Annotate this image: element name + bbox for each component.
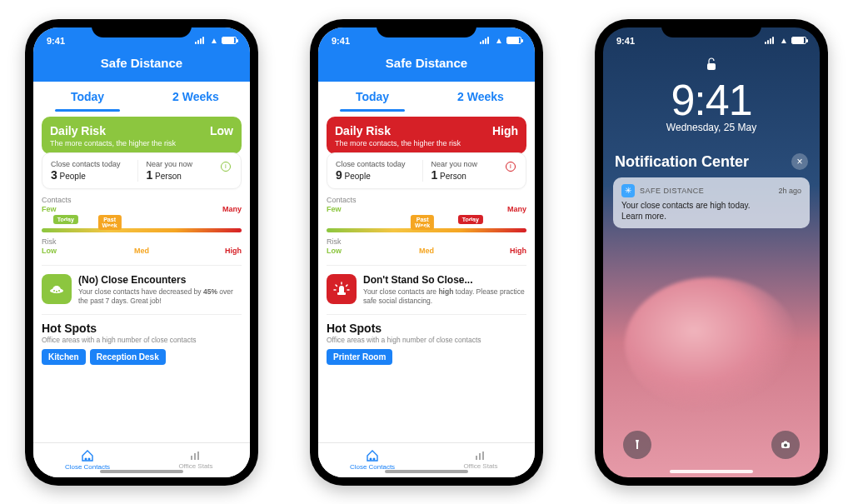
- svg-rect-6: [191, 456, 192, 460]
- contacts-gauge: Contacts FewMany PastWeekToday: [327, 196, 526, 232]
- ufo-icon: [42, 274, 72, 304]
- tab-two-weeks[interactable]: 2 Weeks: [426, 82, 535, 112]
- status-icons: ▲: [195, 36, 237, 45]
- near-you-label: Near you now: [431, 160, 518, 168]
- phone-app-1: 9:41 ▲ Safe Distance Today 2 Weeks Daily…: [25, 19, 258, 486]
- gauge-marker-past
week: PastWeek: [411, 215, 434, 231]
- status-time: 9:41: [332, 36, 350, 46]
- contacts-gauge: Contacts FewMany TodayPastWeek: [42, 196, 242, 232]
- risk-card: Daily Risk High The more contacts, the h…: [327, 117, 526, 154]
- app-title: Safe Distance: [33, 54, 250, 75]
- info-icon[interactable]: i: [221, 162, 231, 172]
- gauge-left: Low: [42, 247, 108, 255]
- wifi-icon: ▲: [210, 36, 218, 45]
- advice-title: Don't Stand So Close...: [363, 274, 526, 286]
- svg-rect-13: [479, 453, 481, 460]
- signal-icon: [480, 37, 491, 44]
- wifi-icon: ▲: [780, 36, 788, 45]
- gauge-label: Risk: [42, 237, 242, 246]
- risk-gauge: Risk LowMedHigh: [327, 237, 526, 255]
- hotspot-chip[interactable]: Kitchen: [42, 349, 86, 365]
- gauge-label: Contacts: [42, 196, 242, 204]
- wallpaper-cloud: [625, 277, 798, 411]
- near-you-label: Near you now: [147, 160, 233, 168]
- app-title: Safe Distance: [318, 54, 535, 75]
- home-indicator[interactable]: [670, 470, 753, 473]
- gauge-right: High: [175, 247, 242, 255]
- gauge-right: Many: [222, 205, 242, 213]
- advice-card: Don't Stand So Close... Your close conta…: [327, 265, 526, 306]
- gauge-marker-past
week: PastWeek: [98, 215, 122, 231]
- notch: [377, 19, 476, 37]
- gauge-bar: PastWeekToday: [327, 228, 526, 232]
- notification-center-close-button[interactable]: ×: [791, 153, 808, 170]
- svg-point-11: [373, 458, 376, 461]
- advice-card: (No) Close Encounters Your close contact…: [42, 265, 242, 306]
- svg-rect-18: [784, 441, 787, 442]
- svg-point-10: [370, 458, 372, 461]
- notification-app-icon: ✳: [621, 184, 635, 197]
- battery-icon: [506, 37, 521, 44]
- risk-subtitle: The more contacts, the higher the risk: [335, 139, 518, 147]
- hotspot-chip[interactable]: Printer Room: [327, 349, 392, 365]
- phone-app-2: 9:41 ▲ Safe Distance Today 2 Weeks Daily…: [310, 19, 543, 486]
- advice-title: (No) Close Encounters: [78, 274, 242, 286]
- svg-point-5: [88, 458, 91, 461]
- gauge-left: Few: [327, 205, 342, 213]
- siren-icon: [327, 274, 357, 304]
- advice-body: Your close contacts have decreased by 45…: [78, 287, 242, 306]
- gauge-mid: Med: [393, 247, 460, 255]
- svg-point-17: [784, 443, 787, 447]
- risk-level: Low: [210, 124, 233, 137]
- status-time: 9:41: [616, 36, 635, 46]
- hot-spots-chips: Printer Room: [327, 349, 526, 365]
- svg-point-3: [58, 290, 60, 292]
- risk-title: Daily Risk: [335, 124, 391, 137]
- camera-button[interactable]: [771, 431, 800, 459]
- gauge-label: Contacts: [327, 196, 526, 204]
- svg-rect-12: [476, 456, 477, 460]
- status-icons: ▲: [765, 36, 806, 45]
- gauge-right: Many: [507, 205, 526, 213]
- gauge-left: Few: [42, 205, 57, 213]
- notification-center-title: Notification Center: [615, 153, 749, 171]
- svg-rect-15: [707, 63, 716, 70]
- hotspot-chip[interactable]: Reception Desk: [90, 349, 166, 365]
- gauge-left: Low: [327, 247, 393, 255]
- unlock-icon: [603, 57, 820, 73]
- battery-icon: [222, 37, 237, 44]
- signal-icon: [195, 37, 207, 44]
- home-indicator[interactable]: [385, 470, 468, 473]
- tab-bar: Today 2 Weeks: [33, 82, 250, 112]
- tab-today[interactable]: Today: [318, 82, 426, 112]
- signal-icon: [765, 37, 776, 44]
- advice-body: Your close contacts are high today. Plea…: [363, 287, 526, 306]
- notification-body: Your close contacts are high today. Lear…: [621, 200, 801, 222]
- notch: [92, 19, 192, 37]
- gauge-right: High: [460, 247, 526, 255]
- svg-rect-14: [482, 452, 484, 460]
- gauge-bar: TodayPastWeek: [42, 228, 242, 232]
- svg-point-2: [56, 291, 57, 292]
- hot-spots-section: Hot Spots Office areas with a high numbe…: [42, 314, 242, 365]
- close-contacts-value: 9 People: [336, 168, 422, 182]
- lock-date: Wednesday, 25 May: [603, 122, 820, 133]
- tab-bar: Today 2 Weeks: [318, 82, 535, 112]
- flashlight-button[interactable]: [623, 431, 651, 459]
- svg-point-1: [53, 290, 55, 292]
- stats-card: Close contacts today 3 People i Near you…: [42, 152, 242, 189]
- info-icon[interactable]: i: [506, 162, 516, 172]
- home-indicator[interactable]: [100, 470, 183, 473]
- svg-rect-7: [194, 453, 196, 460]
- risk-subtitle: The more contacts, the higher the risk: [50, 139, 233, 147]
- notification-app-name: SAFE DISTANCE: [640, 187, 773, 195]
- phone-lockscreen: 9:41 ▲ 9:41 Wednesday, 25 May Notificati…: [595, 19, 828, 486]
- stats-card: Close contacts today 9 People i Near you…: [327, 152, 526, 189]
- notch: [661, 19, 761, 37]
- svg-point-4: [85, 458, 87, 461]
- wifi-icon: ▲: [495, 36, 503, 45]
- tab-today[interactable]: Today: [33, 82, 142, 112]
- hot-spots-subtitle: Office areas with a high number of close…: [327, 336, 526, 344]
- tab-two-weeks[interactable]: 2 Weeks: [142, 82, 250, 112]
- notification-card[interactable]: ✳ SAFE DISTANCE 2h ago Your close contac…: [613, 177, 810, 228]
